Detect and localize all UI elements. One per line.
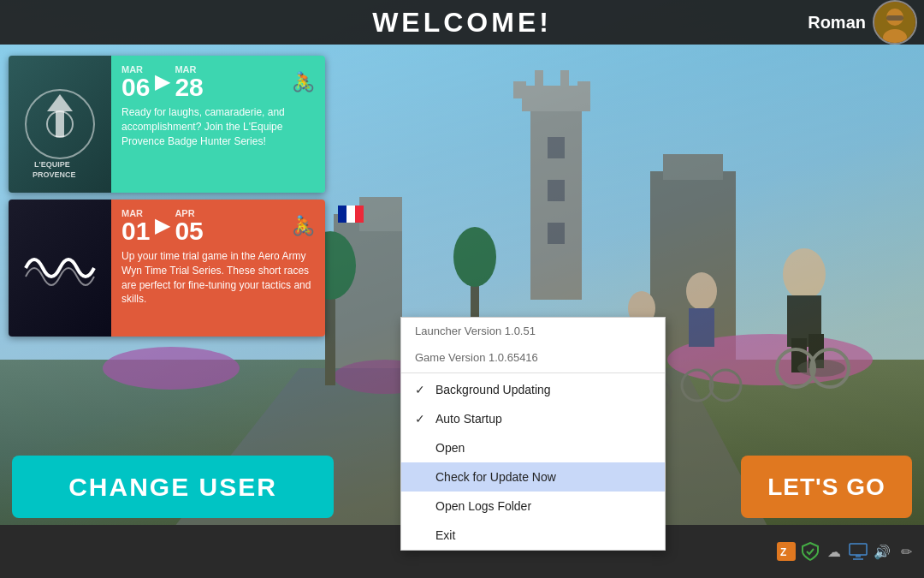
bike-icon-2: 🚴	[292, 215, 315, 237]
card-2-from-day: 01	[121, 218, 150, 244]
card-1-arrow: ▶	[155, 71, 169, 93]
svg-rect-16	[663, 154, 723, 180]
change-user-button[interactable]: CHANGE USER	[12, 456, 334, 518]
taskbar-icons: Z ☁ 🔊 ✏	[777, 542, 915, 561]
event-card-1[interactable]: L'EQUIPE PROVENCE MAR 06 ▶ MAR 28 🚴 Read…	[9, 56, 325, 193]
menu-label-open-logs: Open Logs Folder	[435, 499, 651, 513]
zwift-tray-icon[interactable]: Z	[777, 542, 796, 561]
card-1-to-day: 28	[175, 74, 203, 100]
game-version: Game Version 1.0.65416	[401, 344, 665, 371]
card-1-from-day: 06	[121, 74, 150, 100]
menu-divider-1	[401, 372, 665, 373]
svg-point-24	[783, 248, 826, 300]
lets-go-button[interactable]: LET'S GO	[741, 456, 912, 518]
menu-item-open[interactable]: Open	[401, 433, 665, 462]
svg-rect-9	[560, 70, 569, 87]
card-2-body: MAR 01 ▶ APR 05 🚴 Up your time trial gam…	[111, 200, 325, 337]
svg-rect-11	[548, 180, 565, 201]
svg-rect-10	[548, 137, 565, 158]
menu-item-exit[interactable]: Exit	[401, 521, 665, 550]
svg-point-28	[797, 360, 845, 377]
svg-rect-32	[689, 308, 714, 347]
card-2-description: Up your time trial game in the Aero Army…	[121, 249, 315, 307]
svg-rect-51	[856, 555, 861, 557]
card-1-description: Ready for laughs, camaraderie, and accom…	[121, 105, 315, 148]
menu-item-check-update[interactable]: Check for Update Now	[401, 462, 665, 492]
bike-icon-1: 🚴	[292, 71, 315, 93]
card-1-body: MAR 06 ▶ MAR 28 🚴 Ready for laughs, cama…	[111, 56, 325, 193]
avatar[interactable]	[873, 0, 917, 45]
card-2-thumbnail	[9, 200, 111, 337]
menu-item-auto-startup[interactable]: ✓ Auto Startup	[401, 404, 665, 433]
svg-text:PROVENCE: PROVENCE	[33, 170, 76, 179]
check-icon-auto-startup: ✓	[415, 412, 429, 426]
user-info: Roman	[808, 0, 924, 45]
volume-tray-icon[interactable]: 🔊	[873, 542, 891, 561]
svg-rect-42	[886, 15, 903, 21]
monitor-tray-icon[interactable]	[849, 542, 868, 561]
event-cards-container: L'EQUIPE PROVENCE MAR 06 ▶ MAR 28 🚴 Read…	[9, 56, 325, 337]
username-label: Roman	[808, 13, 866, 33]
svg-text:L'EQUIPE: L'EQUIPE	[34, 160, 70, 169]
card-2-arrow: ▶	[155, 215, 169, 237]
svg-point-23	[453, 227, 496, 287]
menu-label-open: Open	[435, 441, 651, 455]
pen-tray-icon[interactable]: ✏	[897, 542, 915, 561]
svg-rect-7	[578, 81, 590, 98]
menu-item-open-logs[interactable]: Open Logs Folder	[401, 492, 665, 521]
menu-label-auto-startup: Auto Startup	[435, 412, 651, 426]
menu-label-background-updating: Background Updating	[435, 383, 651, 396]
context-menu: Launcher Version 1.0.51 Game Version 1.0…	[400, 317, 666, 551]
welcome-title: WELCOME!	[372, 7, 552, 39]
card-1-thumbnail: L'EQUIPE PROVENCE	[9, 56, 111, 193]
event-card-2[interactable]: MAR 01 ▶ APR 05 🚴 Up your time trial gam…	[9, 200, 325, 337]
launcher-version: Launcher Version 1.0.51	[401, 318, 665, 344]
header-bar: WELCOME! Roman	[0, 0, 924, 45]
svg-rect-8	[535, 70, 543, 87]
menu-label-check-update: Check for Update Now	[435, 470, 651, 484]
svg-point-31	[686, 272, 717, 310]
svg-text:Z: Z	[780, 546, 786, 558]
svg-rect-6	[513, 81, 526, 98]
menu-item-background-updating[interactable]: ✓ Background Updating	[401, 375, 665, 404]
svg-rect-14	[359, 197, 402, 231]
card-2-to-day: 05	[175, 218, 203, 244]
check-icon-background-updating: ✓	[415, 383, 429, 396]
svg-point-17	[103, 347, 240, 390]
menu-label-exit: Exit	[435, 528, 651, 542]
french-flag	[338, 206, 364, 223]
shield-tray-icon[interactable]	[801, 542, 820, 561]
svg-rect-12	[548, 223, 565, 244]
svg-rect-50	[850, 544, 867, 555]
cloud-tray-icon[interactable]: ☁	[825, 542, 844, 561]
